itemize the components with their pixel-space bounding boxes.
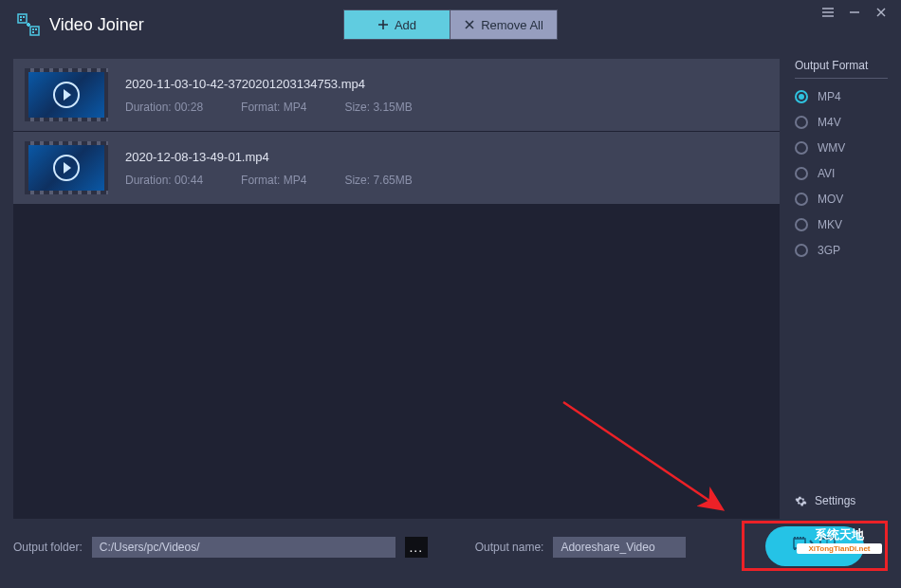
file-name: 2020-12-08-13-49-01.mp4 — [125, 150, 768, 164]
file-info: 2020-12-08-13-49-01.mp4 Duration: 00:44 … — [125, 150, 768, 187]
settings-label: Settings — [815, 494, 855, 507]
svg-rect-0 — [18, 14, 27, 23]
output-folder-input[interactable] — [92, 537, 395, 558]
file-info: 2020-11-03-10-42-3720201203134753.mp4 Du… — [125, 77, 768, 114]
video-thumbnail[interactable] — [25, 68, 108, 121]
play-icon — [53, 82, 80, 108]
format-option-3gp[interactable]: 3GP — [795, 244, 888, 257]
file-list[interactable]: 2020-11-03-10-42-3720201203134753.mp4 Du… — [13, 59, 780, 519]
svg-rect-1 — [20, 16, 22, 18]
svg-rect-6 — [30, 27, 39, 35]
radio-icon — [795, 116, 808, 129]
plus-icon — [377, 19, 389, 30]
file-format: Format: MP4 — [241, 101, 306, 114]
output-format-title: Output Format — [795, 59, 888, 79]
file-duration: Duration: 00:28 — [125, 101, 203, 114]
file-meta: Duration: 00:44 Format: MP4 Size: 7.65MB — [125, 174, 768, 187]
radio-icon — [795, 141, 808, 155]
svg-rect-2 — [23, 16, 25, 18]
format-label: MKV — [818, 218, 842, 231]
svg-rect-7 — [32, 28, 34, 30]
format-label: MOV — [818, 193, 843, 206]
header: Video Joiner Add Remove All — [0, 0, 901, 49]
video-thumbnail[interactable] — [25, 141, 108, 194]
gear-icon — [795, 495, 807, 507]
format-option-mov[interactable]: MOV — [795, 193, 888, 206]
browse-button[interactable]: ... — [405, 537, 428, 558]
file-duration: Duration: 00:44 — [125, 174, 203, 187]
radio-icon — [795, 244, 808, 257]
format-option-avi[interactable]: AVI — [795, 167, 888, 180]
radio-icon — [795, 193, 808, 206]
file-name: 2020-11-03-10-42-3720201203134753.mp4 — [125, 77, 768, 91]
menu-icon[interactable] — [821, 6, 835, 19]
format-label: 3GP — [818, 244, 840, 257]
format-option-wmv[interactable]: WMV — [795, 141, 888, 155]
join-highlight-box: 系统天地 XiTongTianDi.net — [742, 521, 888, 571]
svg-rect-3 — [20, 19, 22, 21]
action-buttons: Add Remove All — [343, 9, 558, 40]
output-folder-label: Output folder: — [13, 541, 83, 554]
file-item[interactable]: 2020-12-08-13-49-01.mp4 Duration: 00:44 … — [13, 132, 780, 204]
app-logo-icon — [17, 13, 40, 36]
main-area: 2020-11-03-10-42-3720201203134753.mp4 Du… — [0, 49, 901, 519]
remove-all-button[interactable]: Remove All — [450, 10, 557, 39]
format-label: MP4 — [818, 90, 841, 103]
file-size: Size: 7.65MB — [344, 174, 412, 187]
file-item[interactable]: 2020-11-03-10-42-3720201203134753.mp4 Du… — [13, 59, 780, 131]
add-label: Add — [395, 18, 416, 32]
file-size: Size: 3.15MB — [344, 101, 412, 114]
file-format: Format: MP4 — [241, 174, 306, 187]
app-title: Video Joiner — [49, 15, 144, 35]
output-name-input[interactable] — [553, 537, 686, 558]
x-icon — [464, 19, 475, 30]
output-format-panel: Output Format MP4 M4V WMV AVI MOV MKV 3G… — [795, 59, 888, 519]
join-icon — [792, 535, 837, 558]
svg-rect-8 — [35, 28, 37, 30]
logo-area: Video Joiner — [17, 13, 144, 36]
format-label: AVI — [818, 167, 835, 180]
svg-rect-9 — [32, 31, 34, 33]
format-label: M4V — [818, 116, 841, 129]
output-name-label: Output name: — [475, 541, 544, 554]
bottom-bar: Output folder: ... Output name: 系统天地 XiT… — [0, 519, 901, 576]
remove-all-label: Remove All — [481, 18, 543, 32]
format-option-m4v[interactable]: M4V — [795, 116, 888, 129]
file-meta: Duration: 00:28 Format: MP4 Size: 3.15MB — [125, 101, 768, 114]
radio-icon — [795, 90, 808, 103]
format-option-mkv[interactable]: MKV — [795, 218, 888, 231]
format-option-mp4[interactable]: MP4 — [795, 90, 888, 103]
settings-button[interactable]: Settings — [795, 494, 888, 519]
play-icon — [53, 155, 80, 181]
close-icon[interactable] — [874, 6, 888, 19]
svg-rect-20 — [794, 539, 805, 548]
format-label: WMV — [818, 141, 845, 155]
radio-icon — [795, 218, 808, 231]
radio-icon — [795, 167, 808, 180]
add-button[interactable]: Add — [344, 10, 450, 39]
window-controls — [821, 6, 888, 19]
minimize-icon[interactable] — [848, 6, 861, 19]
join-button[interactable] — [765, 526, 864, 566]
format-list: MP4 M4V WMV AVI MOV MKV 3GP — [795, 90, 888, 257]
